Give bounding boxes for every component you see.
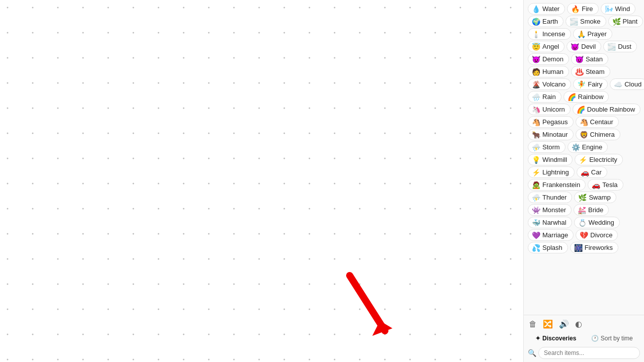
item-engine[interactable]: ⚙️Engine	[568, 141, 608, 153]
engine-label: Engine	[582, 143, 602, 151]
item-lightning[interactable]: ⚡Lightning	[528, 166, 575, 178]
items-row-16: 👾Monster💒Bride	[528, 204, 640, 216]
svg-line-1	[350, 276, 385, 331]
rainbow-icon: 🌈	[568, 94, 576, 101]
item-earth[interactable]: 🌍Earth	[528, 16, 564, 27]
item-minotaur[interactable]: 🐂Minotaur	[528, 129, 574, 140]
rainbow-label: Rainbow	[578, 93, 604, 101]
item-pegasus[interactable]: 🐴Pegasus	[528, 116, 574, 128]
items-row-11: ⛈️Storm⚙️Engine	[528, 141, 640, 153]
tab-discoveries[interactable]: ✦Discoveries	[528, 333, 584, 344]
fire-icon: 🔥	[571, 6, 580, 13]
item-monster[interactable]: 👾Monster	[528, 204, 572, 216]
satan-icon: 😈	[575, 56, 584, 63]
items-list[interactable]: 💧Water🔥Fire🌬️Wind🌍Earth🌫️Smoke🌿Plant🕯️In…	[524, 0, 644, 315]
item-angel[interactable]: 😇Angel	[528, 41, 565, 52]
item-thunder[interactable]: ⛈️Thunder	[528, 192, 572, 203]
items-row-7: 🌧️Rain🌈Rainbow	[528, 91, 640, 103]
item-satan[interactable]: 😈Satan	[571, 53, 608, 65]
sort-button[interactable]: 🔀	[542, 318, 554, 330]
item-wedding[interactable]: 💍Wedding	[574, 217, 620, 228]
item-frankenstein[interactable]: 🧟Frankenstein	[528, 179, 586, 191]
trash-button[interactable]: 🗑	[528, 319, 538, 330]
item-volcano[interactable]: 🌋Volcano	[528, 78, 571, 90]
incense-label: Incense	[542, 30, 566, 38]
swamp-label: Swamp	[589, 194, 610, 201]
item-storm[interactable]: ⛈️Storm	[528, 141, 566, 153]
centaur-icon: 🐴	[580, 119, 588, 126]
item-divorce[interactable]: 💔Divorce	[576, 229, 618, 241]
item-rain[interactable]: 🌧️Rain	[528, 91, 561, 103]
volcano-label: Volcano	[542, 80, 566, 88]
bride-label: Bride	[588, 206, 603, 214]
smoke-icon: 🌫️	[570, 18, 578, 25]
item-windmill[interactable]: 💡Windmill	[528, 154, 573, 165]
fairy-icon: 🧚	[577, 81, 586, 88]
satan-label: Satan	[586, 55, 603, 63]
item-centaur[interactable]: 🐴Centaur	[576, 116, 619, 128]
windmill-icon: 💡	[532, 156, 540, 163]
item-narwhal[interactable]: 🐳Narwhal	[528, 217, 572, 228]
item-splash[interactable]: 💦Splash	[528, 242, 568, 253]
item-wind[interactable]: 🌬️Wind	[601, 3, 636, 15]
double-rainbow-label: Double Rainbow	[587, 106, 635, 113]
tab-sort-by-time[interactable]: 🕐Sort by time	[584, 333, 640, 344]
rain-icon: 🌧️	[532, 94, 540, 101]
item-water[interactable]: 💧Water	[528, 3, 565, 15]
item-car[interactable]: 🚗Car	[577, 166, 607, 178]
item-incense[interactable]: 🕯️Incense	[528, 28, 571, 40]
items-row-12: 💡Windmill⚡Electricity	[528, 154, 640, 165]
chimera-icon: 🦁	[580, 131, 588, 138]
items-row-6: 🌋Volcano🧚Fairy☁️Cloud	[528, 78, 640, 90]
earth-label: Earth	[542, 18, 558, 25]
item-dust[interactable]: 🌫️Dust	[603, 41, 637, 52]
lightning-label: Lightning	[542, 168, 569, 176]
cloud-label: Cloud	[624, 80, 641, 88]
unicorn-icon: 🦄	[532, 106, 540, 113]
theme-button[interactable]: ◐	[574, 318, 583, 330]
item-swamp[interactable]: 🌿Swamp	[574, 192, 616, 203]
tesla-icon: 🚗	[592, 182, 600, 189]
item-prayer[interactable]: 🙏Prayer	[573, 28, 612, 40]
item-demon[interactable]: 👿Demon	[528, 53, 569, 65]
item-fairy[interactable]: 🧚Fairy	[573, 78, 608, 90]
items-row-14: 🧟Frankenstein🚗Tesla	[528, 179, 640, 191]
item-marriage[interactable]: 💜Marriage	[528, 229, 574, 241]
item-human[interactable]: 🧑Human	[528, 66, 569, 77]
pegasus-label: Pegasus	[542, 118, 568, 126]
canvas-area[interactable]	[0, 0, 523, 362]
item-fireworks[interactable]: 🎆Fireworks	[570, 242, 618, 253]
incense-icon: 🕯️	[532, 31, 540, 38]
item-electricity[interactable]: ⚡Electricity	[575, 154, 623, 165]
item-devil[interactable]: 😈Devil	[567, 41, 601, 52]
prayer-label: Prayer	[588, 30, 607, 38]
steam-icon: ♨️	[575, 68, 584, 75]
human-icon: 🧑	[532, 68, 540, 75]
item-unicorn[interactable]: 🦄Unicorn	[528, 104, 571, 115]
item-bride[interactable]: 💒Bride	[574, 204, 609, 216]
fireworks-label: Fireworks	[585, 244, 613, 251]
search-row: 🔍	[528, 347, 640, 359]
toolbar-row: 🗑🔀🔊◐	[528, 318, 640, 330]
sound-button[interactable]: 🔊	[558, 318, 570, 330]
rain-label: Rain	[542, 93, 556, 101]
pegasus-icon: 🐴	[532, 119, 540, 126]
items-row-1: 🌍Earth🌫️Smoke🌿Plant	[528, 16, 640, 27]
item-steam[interactable]: ♨️Steam	[571, 66, 610, 77]
storm-label: Storm	[542, 143, 560, 151]
item-cloud[interactable]: ☁️Cloud	[610, 78, 644, 90]
smoke-label: Smoke	[580, 18, 600, 25]
wind-label: Wind	[615, 5, 630, 13]
item-smoke[interactable]: 🌫️Smoke	[566, 16, 606, 27]
item-rainbow[interactable]: 🌈Rainbow	[564, 91, 609, 103]
plant-label: Plant	[623, 18, 638, 25]
earth-icon: 🌍	[532, 18, 540, 25]
item-fire[interactable]: 🔥Fire	[567, 3, 598, 15]
item-double-rainbow[interactable]: 🌈Double Rainbow	[573, 104, 640, 115]
items-row-19: 💦Splash🎆Fireworks	[528, 242, 640, 253]
monster-label: Monster	[542, 206, 566, 214]
item-chimera[interactable]: 🦁Chimera	[576, 129, 620, 140]
item-plant[interactable]: 🌿Plant	[608, 16, 643, 27]
item-tesla[interactable]: 🚗Tesla	[588, 179, 623, 191]
search-input[interactable]	[538, 347, 640, 359]
